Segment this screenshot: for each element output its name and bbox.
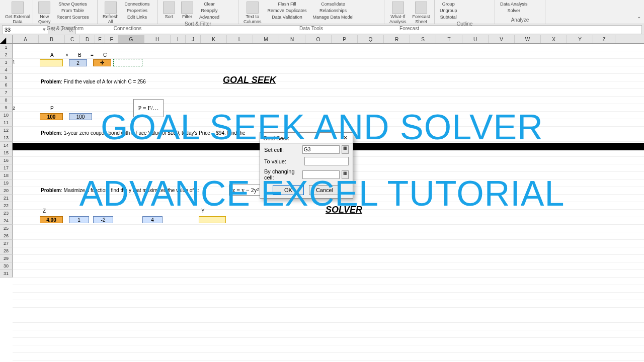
row-header-9[interactable]: 9	[0, 104, 13, 112]
text-to-columns-button[interactable]: Text toColumns	[242, 1, 264, 25]
col-header-Z[interactable]: Z	[593, 35, 615, 43]
cell-a-input[interactable]	[40, 59, 63, 66]
col-header-B[interactable]: B	[39, 35, 65, 43]
row-header-7[interactable]: 7	[0, 89, 13, 97]
cancel-button[interactable]: Cancel	[309, 185, 340, 195]
row-header-20[interactable]: 20	[0, 187, 13, 195]
col-header-W[interactable]: W	[515, 35, 541, 43]
relationships-button[interactable]: Relationships	[311, 8, 356, 14]
row-header-29[interactable]: 29	[0, 255, 13, 262]
col-header-J[interactable]: J	[186, 35, 201, 43]
col-header-N[interactable]: N	[279, 35, 305, 43]
properties-button[interactable]: Properties	[123, 8, 152, 14]
worksheet[interactable]: ◢ ABCDEFGHIJKLMNOPQRSTUVWXYZ 12345678910…	[0, 35, 644, 362]
clear-button[interactable]: Clear	[197, 1, 221, 7]
close-icon[interactable]: ✕	[341, 135, 350, 141]
collapse-ribbon-icon[interactable]: ⌃	[637, 16, 641, 22]
data-validation-button[interactable]: Data Validation	[266, 14, 309, 20]
cell-y-input[interactable]	[199, 216, 226, 223]
col-header-I[interactable]: I	[171, 35, 186, 43]
col-header-D[interactable]: D	[80, 35, 95, 43]
row-header-15[interactable]: 15	[0, 149, 13, 157]
manage-data-model-button[interactable]: Manage Data Model	[311, 14, 356, 20]
row-header-14[interactable]: 14	[0, 142, 13, 149]
flash-fill-button[interactable]: Flash Fill	[266, 1, 309, 7]
set-cell-input[interactable]	[302, 145, 340, 154]
col-header-V[interactable]: V	[489, 35, 515, 43]
row-header-25[interactable]: 25	[0, 225, 13, 232]
row-header-4[interactable]: 4	[0, 66, 13, 74]
advanced-button[interactable]: Advanced	[197, 14, 221, 20]
row-header-19[interactable]: 19	[0, 179, 13, 187]
what-if-analysis-button[interactable]: What-IfAnalysis	[387, 1, 409, 25]
row-header-5[interactable]: 5	[0, 74, 13, 81]
to-value-input[interactable]	[304, 157, 349, 165]
select-all-corner[interactable]: ◢	[0, 35, 13, 43]
edit-links-button[interactable]: Edit Links	[123, 14, 152, 20]
connections-button[interactable]: Connections	[123, 1, 152, 7]
refresh-all-button[interactable]: RefreshAll	[101, 1, 121, 25]
recent-sources-button[interactable]: Recent Sources	[55, 14, 91, 20]
ungroup-button[interactable]: Ungroup	[438, 8, 459, 14]
col-header-S[interactable]: S	[410, 35, 436, 43]
col-header-T[interactable]: T	[436, 35, 462, 43]
col-header-Q[interactable]: Q	[358, 35, 384, 43]
row-header-16[interactable]: 16	[0, 157, 13, 164]
row-header-2[interactable]: 2	[0, 51, 13, 59]
col-header-P[interactable]: P	[332, 35, 358, 43]
group-button[interactable]: Group	[438, 1, 459, 7]
data-analysis-button[interactable]: Data Analysis	[498, 1, 530, 7]
col-header-H[interactable]: H	[144, 35, 171, 43]
remove-duplicates-button[interactable]: Remove Duplicates	[266, 8, 309, 14]
col-header-G[interactable]: G	[118, 35, 144, 43]
new-query-button[interactable]: NewQuery	[36, 1, 53, 25]
row-header-21[interactable]: 21	[0, 195, 13, 202]
filter-button[interactable]: Filter	[179, 1, 195, 20]
ref-picker-icon[interactable]: ▦	[342, 170, 349, 179]
col-header-R[interactable]: R	[384, 35, 410, 43]
row-header-10[interactable]: 10	[0, 112, 13, 119]
col-header-E[interactable]: E	[95, 35, 105, 43]
row-header-11[interactable]: 11	[0, 119, 13, 127]
col-header-C[interactable]: C	[65, 35, 80, 43]
row-header-13[interactable]: 13	[0, 134, 13, 142]
by-changing-input[interactable]	[302, 170, 340, 179]
solver-button[interactable]: Solver	[498, 8, 530, 14]
row-header-26[interactable]: 26	[0, 232, 13, 240]
col-header-L[interactable]: L	[227, 35, 253, 43]
row-header-24[interactable]: 24	[0, 217, 13, 225]
col-header-A[interactable]: A	[13, 35, 39, 43]
row-header-12[interactable]: 12	[0, 127, 13, 134]
col-header-X[interactable]: X	[541, 35, 567, 43]
row-header-18[interactable]: 18	[0, 172, 13, 179]
row-header-22[interactable]: 22	[0, 202, 13, 210]
selected-cell-g3[interactable]	[113, 59, 142, 66]
sort-button[interactable]: Sort	[161, 1, 177, 20]
row-header-8[interactable]: 8	[0, 97, 13, 104]
row-header-17[interactable]: 17	[0, 164, 13, 172]
grid-body[interactable]: A × B = C 2 ✛ 1 Problem: Find the value …	[13, 44, 644, 362]
show-queries-button[interactable]: Show Queries	[55, 1, 91, 7]
row-header-27[interactable]: 27	[0, 240, 13, 247]
col-header-K[interactable]: K	[201, 35, 227, 43]
col-header-O[interactable]: O	[305, 35, 332, 43]
from-table-button[interactable]: From Table	[55, 8, 91, 14]
row-header-3[interactable]: 3	[0, 59, 13, 66]
col-header-U[interactable]: U	[462, 35, 489, 43]
col-header-Y[interactable]: Y	[567, 35, 593, 43]
row-header-23[interactable]: 23	[0, 210, 13, 217]
consolidate-button[interactable]: Consolidate	[311, 1, 356, 7]
ref-picker-icon[interactable]: ▦	[342, 145, 349, 154]
forecast-sheet-button[interactable]: ForecastSheet	[411, 1, 432, 25]
col-header-F[interactable]: F	[105, 35, 118, 43]
row-header-6[interactable]: 6	[0, 81, 13, 89]
row-header-28[interactable]: 28	[0, 247, 13, 255]
row-header-30[interactable]: 30	[0, 262, 13, 270]
get-external-data-button[interactable]: Get ExternalData	[3, 1, 32, 25]
col-header-M[interactable]: M	[253, 35, 279, 43]
ok-button[interactable]: OK	[273, 185, 304, 195]
row-header-1[interactable]: 1	[0, 44, 13, 51]
subtotal-button[interactable]: Subtotal	[438, 14, 459, 20]
reapply-button[interactable]: Reapply	[197, 8, 221, 14]
row-header-31[interactable]: 31	[0, 270, 13, 278]
